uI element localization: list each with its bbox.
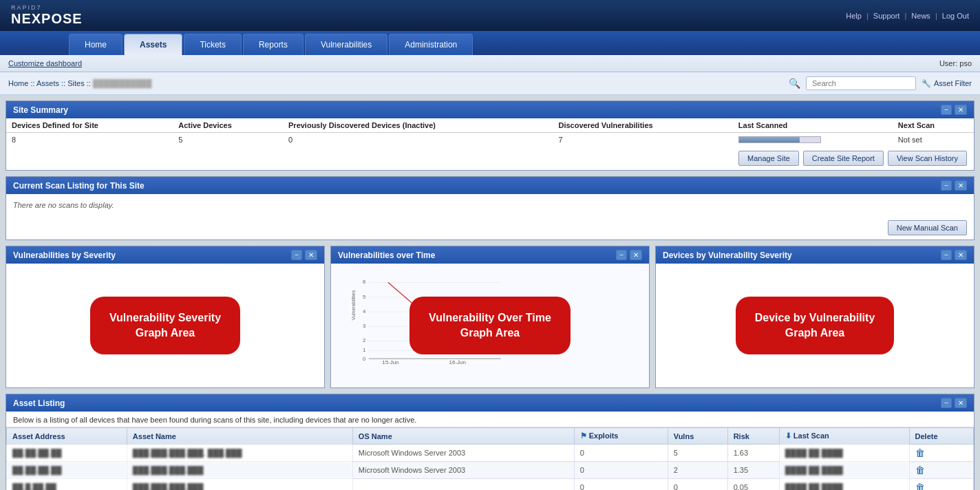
asset-risk: 0.05 bbox=[727, 479, 779, 491]
svg-text:5: 5 bbox=[363, 294, 366, 300]
logo: RAPID7 NEXPOSE bbox=[11, 4, 83, 27]
asset-col-delete[interactable]: Delete bbox=[909, 428, 973, 445]
progress-fill bbox=[739, 137, 800, 142]
delete-icon[interactable]: 🗑 bbox=[915, 447, 925, 458]
svg-text:15-Jun: 15-Jun bbox=[382, 359, 398, 365]
site-summary-minimize[interactable]: − bbox=[941, 105, 952, 115]
news-link[interactable]: News bbox=[911, 12, 930, 20]
asset-listing-controls: − ✕ bbox=[941, 398, 967, 408]
asset-os: Microsoft Windows Server 2003 bbox=[352, 462, 574, 479]
scan-listing-close[interactable]: ✕ bbox=[955, 180, 967, 191]
asset-table: Asset Address Asset Name OS Name ⚑ Explo… bbox=[6, 427, 974, 490]
search-input[interactable] bbox=[806, 76, 916, 90]
breadcrumb-sites[interactable]: Sites bbox=[67, 79, 84, 87]
asset-listing-description: Below is a listing of all devices that h… bbox=[6, 412, 974, 427]
user-info: User: pso bbox=[939, 59, 972, 67]
device-vuln-chart-body: Device by VulnerabilityGraph Area bbox=[656, 264, 974, 387]
col-previously-discovered: Previously Discovered Devices (Inactive) bbox=[283, 118, 553, 133]
tab-administration[interactable]: Administration bbox=[389, 34, 473, 55]
exploits-icon: ⚑ bbox=[580, 432, 589, 440]
logo-area: RAPID7 NEXPOSE bbox=[11, 4, 83, 27]
table-row: ██.██.██.██ ███.███.███.███, ███.███ Mic… bbox=[7, 445, 974, 462]
breadcrumb-site-name: ███████████ bbox=[93, 79, 152, 87]
scan-listing-minimize[interactable]: − bbox=[941, 180, 952, 191]
asset-last-scan: ████ ██ ████ bbox=[779, 462, 909, 479]
scan-empty-message: There are no scans to display. bbox=[13, 201, 114, 209]
asset-risk: 1.35 bbox=[727, 462, 779, 479]
scan-listing-body: There are no scans to display. bbox=[6, 194, 974, 216]
vuln-time-placeholder: Vulnerability Over TimeGraph Area bbox=[409, 297, 571, 355]
manage-site-button[interactable]: Manage Site bbox=[738, 151, 799, 166]
asset-delete-cell: 🗑 bbox=[909, 462, 973, 479]
asset-col-vulns[interactable]: Vulns bbox=[668, 428, 727, 445]
breadcrumb-home[interactable]: Home bbox=[8, 79, 28, 87]
vuln-severity-close[interactable]: ✕ bbox=[305, 250, 317, 260]
view-scan-history-button[interactable]: View Scan History bbox=[888, 151, 967, 166]
vuln-severity-controls: − ✕ bbox=[291, 250, 317, 260]
exploits-label: Exploits bbox=[589, 432, 619, 440]
asset-col-exploits[interactable]: ⚑ Exploits bbox=[574, 428, 668, 445]
vuln-severity-minimize[interactable]: − bbox=[291, 250, 302, 260]
asset-os bbox=[352, 479, 574, 491]
breadcrumb-assets[interactable]: Assets bbox=[36, 79, 59, 87]
vuln-time-header: Vulnerabilities over Time − ✕ bbox=[331, 246, 649, 264]
asset-col-os[interactable]: OS Name bbox=[352, 428, 574, 445]
asset-col-last-scan[interactable]: ⬇ Last Scan bbox=[779, 428, 909, 445]
logout-link[interactable]: Log Out bbox=[942, 12, 969, 20]
vuln-time-close[interactable]: ✕ bbox=[630, 250, 642, 260]
tab-assets[interactable]: Assets bbox=[124, 34, 182, 55]
asset-os: Microsoft Windows Server 2003 bbox=[352, 445, 574, 462]
delete-icon[interactable]: 🗑 bbox=[915, 482, 925, 490]
scan-new-scan-row: New Manual Scan bbox=[6, 216, 974, 239]
asset-vulns: 0 bbox=[668, 479, 727, 491]
device-vuln-controls: − ✕ bbox=[941, 250, 967, 260]
scan-listing-panel: Current Scan Listing for This Site − ✕ T… bbox=[6, 176, 974, 240]
vuln-severity-panel: Vulnerabilities by Severity − ✕ Vulnerab… bbox=[6, 246, 325, 388]
asset-exploits: 0 bbox=[574, 479, 668, 491]
create-report-button[interactable]: Create Site Report bbox=[803, 151, 884, 166]
help-link[interactable]: Help bbox=[846, 12, 862, 20]
site-summary-table: Devices Defined for Site Active Devices … bbox=[6, 118, 974, 147]
asset-delete-cell: 🗑 bbox=[909, 479, 973, 491]
asset-name: ███.███.███.███ bbox=[127, 479, 352, 491]
breadcrumb-row: Home :: Assets :: Sites :: ███████████ 🔍… bbox=[0, 72, 980, 95]
col-last-scanned: Last Scanned bbox=[733, 118, 893, 133]
device-vuln-minimize[interactable]: − bbox=[941, 250, 952, 260]
customize-bar: Customize dashboard User: pso bbox=[0, 55, 980, 72]
svg-text:2: 2 bbox=[363, 337, 366, 343]
new-manual-scan-button[interactable]: New Manual Scan bbox=[888, 220, 967, 235]
table-row: ██.█.██.██ ███.███.███.███ 0 0 0.05 ████… bbox=[7, 479, 974, 491]
vuln-time-minimize[interactable]: − bbox=[616, 250, 627, 260]
vuln-severity-header: Vulnerabilities by Severity − ✕ bbox=[6, 246, 324, 264]
device-vuln-title: Devices by Vulnerability Severity bbox=[663, 251, 792, 260]
tab-vulnerabilities[interactable]: Vulnerabilities bbox=[305, 34, 387, 55]
col-next-scan: Next Scan bbox=[893, 118, 974, 133]
site-summary-close[interactable]: ✕ bbox=[955, 105, 967, 115]
device-vuln-placeholder: Device by VulnerabilityGraph Area bbox=[736, 297, 895, 355]
tab-tickets[interactable]: Tickets bbox=[184, 34, 242, 55]
asset-listing-header: Asset Listing − ✕ bbox=[6, 394, 974, 412]
asset-col-risk[interactable]: Risk bbox=[727, 428, 779, 445]
vuln-time-controls: − ✕ bbox=[616, 250, 642, 260]
search-icon: 🔍 bbox=[789, 78, 800, 89]
tab-home[interactable]: Home bbox=[69, 34, 122, 55]
device-vuln-panel: Devices by Vulnerability Severity − ✕ De… bbox=[655, 246, 974, 388]
svg-text:1: 1 bbox=[363, 347, 366, 353]
asset-listing-title: Asset Listing bbox=[13, 398, 65, 408]
asset-listing-minimize[interactable]: − bbox=[941, 398, 952, 408]
customize-dashboard-link[interactable]: Customize dashboard bbox=[8, 59, 82, 67]
device-vuln-close[interactable]: ✕ bbox=[955, 250, 967, 260]
asset-col-address[interactable]: Asset Address bbox=[7, 428, 127, 445]
asset-last-scan: ████ ██ ████ bbox=[779, 445, 909, 462]
asset-listing-close[interactable]: ✕ bbox=[955, 398, 967, 408]
asset-filter-button[interactable]: 🔧 Asset Filter bbox=[922, 79, 972, 88]
support-link[interactable]: Support bbox=[873, 12, 900, 20]
table-row: ██.██.██.██ ███.███.███.███ Microsoft Wi… bbox=[7, 462, 974, 479]
scan-listing-header: Current Scan Listing for This Site − ✕ bbox=[6, 177, 974, 194]
asset-col-name[interactable]: Asset Name bbox=[127, 428, 352, 445]
scan-listing-controls: − ✕ bbox=[941, 180, 967, 191]
svg-text:3: 3 bbox=[363, 323, 366, 329]
delete-icon[interactable]: 🗑 bbox=[915, 465, 925, 476]
nav-bar: Home Assets Tickets Reports Vulnerabilit… bbox=[0, 31, 980, 55]
tab-reports[interactable]: Reports bbox=[243, 34, 303, 55]
